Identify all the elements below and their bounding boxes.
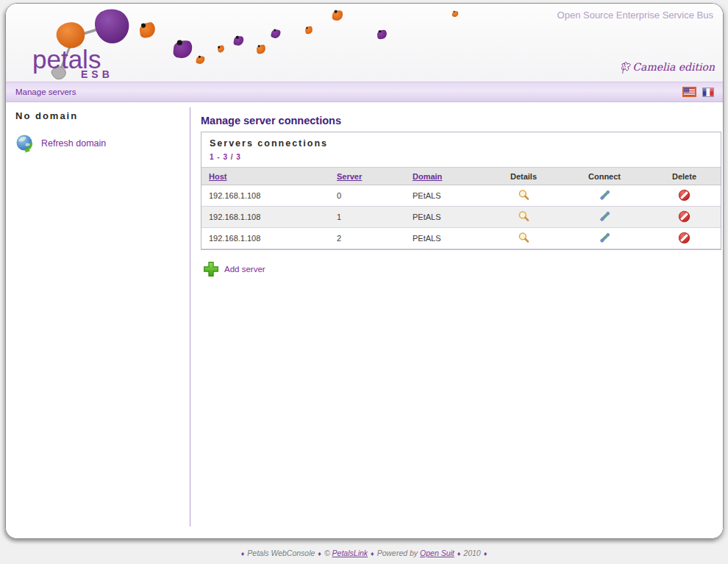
petal-decoration: [139, 22, 157, 39]
forbidden-icon: [678, 210, 690, 223]
details-column-header: Details: [486, 168, 561, 185]
navbar: Manage servers: [6, 82, 723, 102]
sort-server-link[interactable]: Server: [337, 172, 362, 181]
footer-app-name: Petals WebConsole: [247, 549, 315, 557]
host-cell: 192.168.1.108: [201, 228, 329, 249]
diamond-separator: ♦: [368, 550, 377, 557]
footer-powered-by: Powered by: [377, 549, 418, 557]
petal-decoration: [304, 26, 313, 35]
delete-button[interactable]: [678, 210, 690, 223]
english-flag-button[interactable]: [682, 87, 696, 97]
petal-decoration: [173, 40, 193, 59]
magnifier-icon: [518, 210, 530, 223]
french-flag-icon: [703, 88, 713, 96]
main-panel: Manage server connections Servers connec…: [201, 103, 721, 277]
petal-decoration: [452, 10, 458, 17]
breadcrumb: Manage servers: [15, 88, 76, 96]
delete-column-header: Delete: [648, 168, 721, 185]
pagination-info: 1 - 3 / 3: [201, 150, 721, 167]
petal-decoration: [332, 10, 343, 21]
servers-table: Host Server Domain Details Connect Delet…: [201, 167, 721, 249]
plus-icon: [203, 261, 219, 277]
details-button[interactable]: [518, 210, 530, 223]
open-suit-link[interactable]: Open Suit: [420, 549, 454, 557]
host-cell: 192.168.1.108: [201, 185, 329, 207]
diamond-separator: ♦: [315, 550, 324, 557]
connect-button[interactable]: [599, 189, 611, 201]
domain-cell: PEtALS: [405, 207, 486, 228]
language-switcher: [682, 82, 714, 101]
table-header-row: Host Server Domain Details Connect Delet…: [201, 168, 721, 185]
delete-button[interactable]: [678, 232, 690, 244]
french-flag-button[interactable]: [702, 88, 714, 97]
petal-decoration: [196, 55, 205, 65]
globe-refresh-icon: [15, 134, 35, 153]
header-tagline: Open Source Enterprise Service Bus: [557, 10, 713, 21]
petals-esb-logo: petals ESB: [26, 5, 131, 82]
sidebar: No domain Refresh domain: [15, 110, 185, 153]
camelia-edition: Camelia edition: [620, 60, 715, 74]
delete-button[interactable]: [678, 189, 690, 201]
footer-year: 2010: [463, 549, 480, 557]
connector-icon: [599, 232, 611, 244]
petalslink-link[interactable]: PetalsLink: [332, 549, 368, 557]
sort-domain-link[interactable]: Domain: [413, 172, 442, 181]
panel-title: Servers connections: [201, 132, 721, 150]
page-footer: ♦Petals WebConsole♦© PetalsLink♦Powered …: [0, 549, 728, 557]
table-row: 192.168.1.108 2 PEtALS: [201, 228, 721, 249]
petal-decoration: [271, 29, 282, 40]
details-button[interactable]: [518, 232, 530, 244]
camelia-flower-icon: [620, 60, 631, 74]
domain-title: No domain: [15, 110, 185, 121]
servers-connections-panel: Servers connections 1 - 3 / 3 Host Serve…: [201, 132, 721, 250]
footer-copyright: ©: [324, 549, 330, 557]
header: petals ESB Open Source Enterprise Servic…: [6, 4, 723, 82]
sidebar-divider: [190, 107, 190, 526]
petal-decoration: [233, 35, 244, 46]
add-server-label: Add server: [224, 265, 265, 274]
petal-decoration: [217, 45, 225, 53]
connect-column-header: Connect: [561, 168, 648, 185]
domain-cell: PEtALS: [405, 185, 486, 207]
table-row: 192.168.1.108 0 PEtALS: [201, 185, 721, 207]
logo-esb-label: ESB: [81, 68, 113, 80]
server-cell: 1: [329, 207, 405, 228]
connect-button[interactable]: [599, 210, 611, 223]
diamond-separator: ♦: [238, 550, 248, 557]
petal-decoration: [377, 29, 387, 39]
forbidden-icon: [678, 232, 690, 244]
sort-host-link[interactable]: Host: [209, 172, 226, 181]
content-area: No domain Refresh domain: [6, 103, 723, 538]
forbidden-icon: [678, 189, 690, 201]
host-cell: 192.168.1.108: [201, 207, 329, 228]
connect-button[interactable]: [599, 232, 611, 244]
us-flag-icon: [684, 88, 695, 96]
table-row: 192.168.1.108 1 PEtALS: [201, 207, 721, 228]
edition-label: Camelia edition: [632, 61, 715, 73]
server-cell: 2: [329, 228, 405, 249]
page-title: Manage server connections: [201, 115, 721, 126]
diamond-separator: ♦: [454, 550, 464, 557]
domain-cell: PEtALS: [405, 228, 486, 249]
diamond-separator: ♦: [481, 550, 490, 557]
server-cell: 0: [329, 185, 405, 207]
connector-icon: [599, 189, 611, 201]
petal-decoration: [256, 44, 265, 54]
magnifier-icon: [518, 232, 530, 244]
magnifier-icon: [518, 189, 530, 201]
app-window: petals ESB Open Source Enterprise Servic…: [5, 3, 724, 539]
add-server-button[interactable]: Add server: [203, 261, 721, 277]
refresh-domain-label: Refresh domain: [41, 138, 106, 149]
refresh-domain-button[interactable]: Refresh domain: [15, 134, 185, 153]
connector-icon: [599, 210, 611, 223]
details-button[interactable]: [518, 189, 530, 201]
